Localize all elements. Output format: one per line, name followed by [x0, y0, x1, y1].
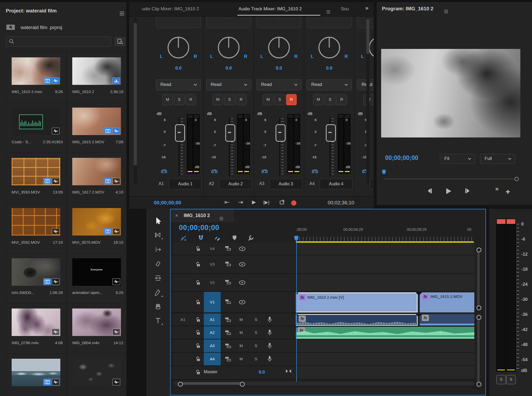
project-item-thumbnail[interactable]: Everyone	[72, 258, 121, 286]
clip-indicator-right[interactable]	[507, 219, 515, 224]
program-scrub-bar[interactable]	[384, 179, 517, 179]
gain-value[interactable]: 0.0	[211, 169, 218, 174]
automation-mode-select[interactable]: Read	[307, 79, 352, 90]
track-name[interactable]: Audio 3	[269, 179, 302, 189]
record-arm-button[interactable]: R	[236, 94, 246, 105]
scrub-end-handle[interactable]	[515, 177, 519, 181]
track-name[interactable]: Audio 2	[219, 179, 252, 189]
project-item[interactable]: IMG_1610 2.mov 9;26	[6, 52, 67, 103]
hand-tool[interactable]	[154, 303, 162, 310]
gain-value[interactable]: 0.0	[161, 169, 167, 174]
toggle-track-output-icon[interactable]	[239, 280, 246, 285]
project-item[interactable]	[67, 353, 127, 396]
record-arm-button[interactable]: R	[286, 94, 297, 105]
clip-img-1615-audio[interactable]: fx	[420, 314, 474, 326]
mute-track-button[interactable]: M	[237, 343, 245, 348]
project-item[interactable]	[6, 353, 67, 396]
ripple-edit-tool[interactable]	[154, 246, 162, 253]
automation-mode-select[interactable]: Read	[357, 79, 374, 90]
clip-img-1615-video[interactable]: fx IMG_1615 2.MOV	[420, 292, 474, 312]
bowtie-icon[interactable]	[285, 369, 292, 374]
selection-tool[interactable]	[154, 217, 162, 225]
audio-tracks-scrollbar[interactable]	[477, 319, 480, 383]
pan-value[interactable]: 0.0	[154, 66, 203, 71]
record-arm-button[interactable]: R	[186, 94, 196, 105]
track-lock-icon[interactable]	[196, 356, 201, 362]
source-patch-icon[interactable]	[225, 317, 231, 322]
video-scrollbar-handle-top[interactable]	[476, 247, 481, 252]
solo-button[interactable]: S	[174, 94, 184, 105]
automation-mode-select[interactable]: Read	[256, 79, 301, 90]
project-item-thumbnail[interactable]	[72, 108, 121, 135]
audio-scrollbar-handle-bottom[interactable]	[476, 382, 481, 387]
zoom-handle-right[interactable]	[240, 382, 245, 387]
zoom-handle-left[interactable]	[178, 382, 183, 387]
source-patch-icon[interactable]	[225, 279, 231, 285]
source-patch-icon[interactable]	[225, 246, 231, 251]
project-item[interactable]: IMG_1615 2.MOV 7;06	[67, 102, 127, 153]
step-forward-icon[interactable]	[464, 187, 471, 195]
track-lock-icon[interactable]	[196, 343, 201, 348]
fx-badge[interactable]: fx	[422, 294, 429, 300]
solo-right-button[interactable]: S	[506, 375, 516, 384]
track-target-V4[interactable]: V4	[204, 243, 221, 255]
add-button[interactable]: +	[506, 187, 510, 196]
fader-handle[interactable]	[326, 124, 336, 142]
voiceover-record-icon[interactable]	[267, 343, 272, 349]
project-item[interactable]: Everyone animation open... 9:20	[67, 253, 127, 304]
track-target-A1[interactable]: A1	[204, 314, 221, 326]
source-patch-icon[interactable]	[225, 330, 231, 335]
mute-button[interactable]: M	[162, 94, 173, 105]
project-item-thumbnail[interactable]	[12, 158, 60, 185]
fx-badge[interactable]: fx	[299, 294, 306, 301]
program-panel-menu-icon[interactable]	[444, 10, 448, 10]
pan-knob[interactable]	[266, 35, 292, 60]
clip-img-1610-video[interactable]: fx IMG_1610 2.mov [V]	[296, 292, 418, 312]
project-item[interactable]: MVI_3592.MOV 17:10	[6, 203, 67, 254]
track-target-V2[interactable]: V2	[204, 274, 221, 291]
mixer-left-scrollbar[interactable]	[134, 17, 137, 185]
source-patch-icon[interactable]	[225, 356, 231, 362]
tab-overflow-icon[interactable]: »	[365, 5, 368, 12]
gain-value[interactable]: 0.0	[312, 169, 318, 174]
horizontal-scrollbar-thumb[interactable]	[181, 382, 242, 385]
solo-button[interactable]: S	[224, 94, 235, 105]
project-item[interactable]: Coals - S... 2:35:41953	[6, 102, 67, 153]
voiceover-record-icon[interactable]	[267, 316, 272, 323]
fx-badge[interactable]: fx	[422, 315, 429, 321]
loop-export-icon[interactable]	[279, 199, 285, 205]
pan-knob[interactable]	[166, 35, 191, 60]
breadcrumb[interactable]: wateraid film .prproj	[21, 25, 62, 30]
pan-value[interactable]: 0.0	[304, 66, 354, 71]
project-item[interactable]: IMG_1610 2 2;36;10	[67, 52, 127, 103]
record-arm-button[interactable]: R	[336, 94, 347, 105]
solo-track-button[interactable]: S	[252, 317, 260, 322]
mixer-right-scrollbar[interactable]	[366, 17, 369, 185]
track-target-A2[interactable]: A2	[204, 326, 221, 339]
track-lock-icon[interactable]	[196, 246, 201, 251]
pan-value[interactable]: 0.0	[204, 66, 254, 71]
razor-tool[interactable]	[154, 260, 162, 268]
project-item[interactable]: MVI_3575.MOV 18:15	[67, 203, 127, 254]
track-lock-icon[interactable]	[196, 370, 201, 375]
snap-icon[interactable]	[197, 235, 204, 242]
project-item[interactable]: IMG_1617 2.MOV 4;10	[67, 153, 127, 203]
slip-tool[interactable]	[154, 274, 162, 282]
search-input[interactable]	[6, 36, 111, 47]
track-select-forward-tool[interactable]	[154, 231, 162, 239]
pen-tool[interactable]	[154, 289, 162, 296]
program-playhead[interactable]	[382, 170, 386, 174]
tab-audio-track-mixer[interactable]: Audio Track Mixer: IMG_1610 2	[238, 6, 302, 12]
mixer-current-timecode[interactable]: 00;00;00;00	[154, 200, 181, 206]
mixer-panel-menu-icon[interactable]	[327, 10, 330, 11]
project-item-thumbnail[interactable]	[12, 57, 60, 85]
track-lock-icon[interactable]	[196, 330, 201, 335]
step-back-icon[interactable]	[426, 187, 433, 195]
toggle-track-output-icon[interactable]	[239, 300, 246, 305]
track-target-V1[interactable]: V1	[204, 292, 221, 312]
track-name[interactable]: Master	[370, 179, 374, 189]
nest-sequence-icon[interactable]	[180, 235, 187, 242]
track-lock-icon[interactable]	[196, 280, 201, 285]
mute-track-button[interactable]: M	[237, 330, 245, 335]
track-name[interactable]: Audio 1	[169, 179, 202, 189]
